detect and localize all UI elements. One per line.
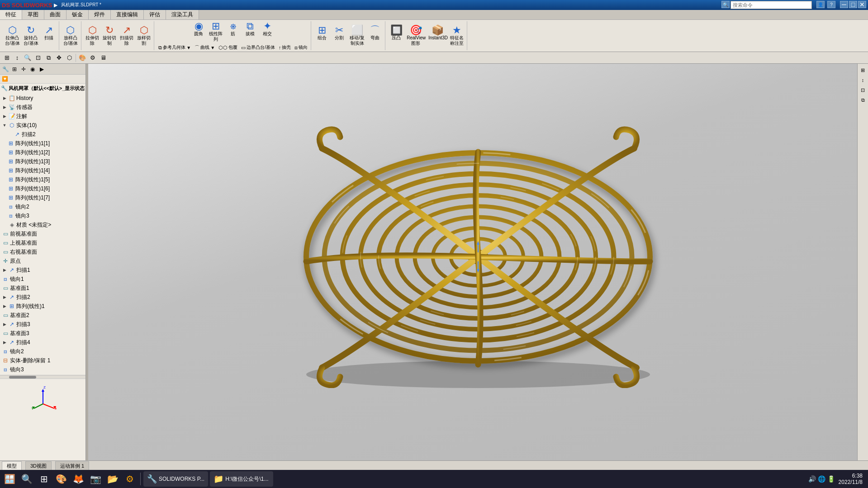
btn-sweep-boss[interactable]: ↗ 扫描	[41, 24, 57, 47]
tree-item-sweep4[interactable]: ▶ ↗ 扫描4	[0, 338, 85, 347]
tree-item-mirror3b[interactable]: ⧈ 镜向3	[0, 365, 85, 374]
title-controls[interactable]: 🔍 👤 ? ─ □ ✕	[721, 1, 866, 9]
tree-item-solid-delete[interactable]: ⊟ 实体-删除/保留 1	[0, 356, 85, 365]
btn-curves[interactable]: ⌒ 曲线 ▼	[193, 44, 216, 52]
taskbar-solidworks[interactable]: 🔧 SOLIDWORKS P...	[143, 471, 208, 487]
taskbar-search[interactable]: 🔍	[19, 471, 34, 487]
view-btn-settings[interactable]: ⚙	[88, 53, 98, 62]
btn-feat-name[interactable]: ★ 特征名称注至	[449, 24, 465, 47]
btn-loft-boss[interactable]: ⬡ 放样凸台/基体	[62, 24, 80, 47]
tree-item-pattern1-3[interactable]: ⊞ 阵列(线性)1[3]	[0, 157, 85, 166]
right-btn-4[interactable]: ⧉	[859, 95, 868, 104]
btn-wrap[interactable]: ⬡⬡ 包覆	[217, 44, 239, 52]
tree-item-sweep2b[interactable]: ▶ ↗ 扫描2	[0, 293, 85, 302]
btn-move-body[interactable]: ⬜ 移动/复制实体	[348, 24, 366, 47]
btn-ref-geom[interactable]: ⧉ 参考几何体 ▼	[157, 44, 192, 52]
tree-icon-config[interactable]: ✛	[20, 66, 27, 73]
taskbar-ps[interactable]: 🎨	[53, 471, 69, 487]
tree-scrollbar-thumb[interactable]	[9, 376, 36, 379]
taskbar-folder[interactable]: 📂	[105, 471, 120, 487]
btn-realview[interactable]: 🎯 RealView图形	[405, 24, 426, 47]
right-btn-1[interactable]: ⊞	[859, 66, 868, 75]
tree-item-annotation[interactable]: ▶ 📝 注解	[0, 112, 85, 121]
search-icon[interactable]: 🔍	[721, 1, 730, 8]
view-btn-section[interactable]: ↕	[12, 53, 22, 62]
tree-item-right-plane[interactable]: ▭ 右视基准面	[0, 247, 85, 256]
btn-revolve-cut[interactable]: ↻ 旋转切制	[101, 24, 118, 47]
taskbar-explorer[interactable]: 📁 H:\微信公众号\1...	[210, 471, 273, 487]
tree-item-pattern-lin1[interactable]: ▶ ⊞ 阵列(线性)1	[0, 302, 85, 311]
view-btn-move[interactable]: ✥	[54, 53, 64, 62]
tab-weld[interactable]: 焊件	[89, 10, 111, 19]
tree-item-origin[interactable]: ✛ 原点	[0, 256, 85, 265]
btn-pattern[interactable]: ⊞ 线性阵列	[208, 20, 224, 43]
tree-item-mirror2b[interactable]: ⧈ 镜向2	[0, 347, 85, 356]
btn-intersect[interactable]: ✦ 相交	[259, 20, 275, 43]
tree-item-history[interactable]: ▶ 📋 History	[0, 94, 85, 103]
tab-direct-edit[interactable]: 直接编辑	[111, 10, 144, 19]
tree-item-sensor[interactable]: ▶ 📡 传感器	[0, 103, 85, 112]
tree-item-mirror2[interactable]: ⧈ 镜向2	[0, 202, 85, 211]
tree-item-plane2[interactable]: ▭ 基准面2	[0, 311, 85, 320]
viewport[interactable]: ⊞ ↕ ⊡ ⧉	[88, 64, 868, 460]
right-btn-2[interactable]: ↕	[859, 76, 868, 85]
tree-item-front-plane[interactable]: ▭ 前视基准面	[0, 229, 85, 238]
tab-sheetmetal[interactable]: 钣金	[66, 10, 89, 19]
tree-item-plane3[interactable]: ▭ 基准面3	[0, 329, 85, 338]
help-icon[interactable]: ?	[827, 1, 835, 8]
user-icon[interactable]: 👤	[816, 1, 825, 8]
tab-surface[interactable]: 曲面	[44, 10, 66, 19]
tree-item-pattern1-1[interactable]: ⊞ 阵列(线性)1[1]	[0, 139, 85, 148]
btn-revolve-boss[interactable]: ↻ 旋转凸台/基体	[22, 24, 40, 47]
view-btn-3d[interactable]: ⧉	[43, 53, 53, 62]
tree-item-mirror3[interactable]: ⧈ 镜向3	[0, 211, 85, 220]
tree-item-pattern1-7[interactable]: ⊞ 阵列(线性)1[7]	[0, 193, 85, 202]
view-btn-fit[interactable]: ⊡	[33, 53, 43, 62]
tab-motion[interactable]: 运动算例 1	[55, 461, 89, 470]
view-btn-zoom[interactable]: 🔍	[23, 53, 33, 62]
btn-draft[interactable]: ⧉ 拔模	[242, 20, 258, 43]
btn-loft-cut[interactable]: ⬡ 放样切割	[136, 24, 152, 47]
view-btn-render[interactable]: 🎨	[77, 53, 87, 62]
btn-extrude-cut[interactable]: ⬡ 拉伸切除	[84, 24, 100, 47]
btn-extrude-boss[interactable]: ⬡ 拉伸凸台/基体	[4, 24, 21, 47]
restore-btn[interactable]: □	[849, 1, 857, 8]
tree-icon-prop[interactable]: ⊞	[11, 66, 18, 73]
minimize-btn[interactable]: ─	[840, 1, 848, 8]
view-btn-display[interactable]: ⬡	[64, 53, 74, 62]
tab-render[interactable]: 渲染工具	[166, 10, 199, 19]
tab-3dview[interactable]: 3D视图	[25, 461, 52, 470]
btn-boundary[interactable]: ▭ 边界凸台/基体	[240, 44, 276, 52]
tree-item-pattern1-4[interactable]: ⊞ 阵列(线性)1[4]	[0, 166, 85, 175]
btn-fillet[interactable]: ◉ 圆角	[190, 20, 207, 43]
close-btn[interactable]: ✕	[858, 1, 866, 8]
taskbar-apps[interactable]: ⊞	[36, 471, 52, 487]
tree-item-sweep2[interactable]: ↗ 扫描2	[0, 130, 85, 139]
view-btn-screen[interactable]: 🖥	[98, 53, 108, 62]
tree-item-pattern1-6[interactable]: ⊞ 阵列(线性)1[6]	[0, 184, 85, 193]
tree-item-pattern1-5[interactable]: ⊞ 阵列(线性)1[5]	[0, 175, 85, 184]
tree-item-sweep3[interactable]: ▶ ↗ 扫描3	[0, 320, 85, 329]
taskbar-dev[interactable]: ⚙	[122, 471, 138, 487]
btn-sweep-cut[interactable]: ↗ 扫描切除	[119, 24, 135, 47]
tab-feature[interactable]: 特征	[0, 10, 22, 19]
tab-sketch[interactable]: 草图	[22, 10, 44, 19]
tree-icon-expand[interactable]: ▶	[38, 66, 45, 73]
tab-evaluate[interactable]: 评估	[144, 10, 166, 19]
tree-root[interactable]: 🔧 风机网罩（默认<<默认>_显示状态 1>）	[0, 84, 85, 93]
tree-icon-feature[interactable]: 🔧	[2, 66, 9, 73]
taskbar-browser[interactable]: 🦊	[71, 471, 86, 487]
view-btn-orient[interactable]: ⊞	[2, 53, 12, 62]
taskbar-start[interactable]: 🪟	[2, 471, 17, 487]
tab-model[interactable]: 模型	[2, 461, 22, 470]
btn-rib[interactable]: ⎈ 筋	[225, 20, 241, 43]
tree-item-sweep1[interactable]: ▶ ↗ 扫描1	[0, 265, 85, 275]
btn-indent[interactable]: 🔲 压凸	[388, 24, 404, 47]
btn-combine[interactable]: ⊞ 组合	[314, 24, 330, 47]
tree-item-mirror1[interactable]: ⧈ 镜向1	[0, 275, 85, 284]
right-btn-3[interactable]: ⊡	[859, 85, 868, 95]
tree-scrollbar[interactable]	[0, 375, 85, 379]
tree-item-plane1[interactable]: ▭ 基准面1	[0, 284, 85, 293]
taskbar-cam[interactable]: 📷	[88, 471, 103, 487]
search-input[interactable]	[733, 2, 801, 8]
